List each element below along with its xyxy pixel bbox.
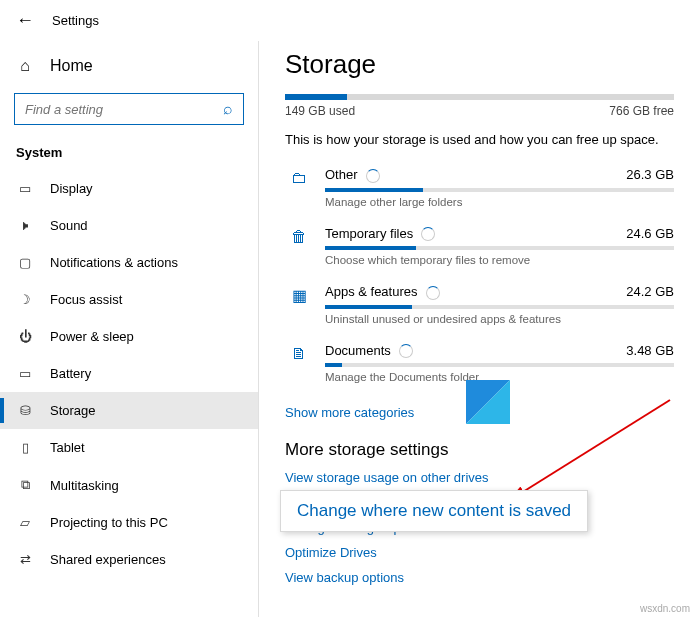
trash-icon: 🗑 — [285, 226, 313, 246]
search-icon: ⌕ — [223, 100, 233, 118]
loading-icon — [421, 227, 435, 241]
power-icon: ⏻ — [16, 329, 34, 344]
shared-icon: ⇄ — [16, 552, 34, 567]
sidebar-item-sound[interactable]: 🕨Sound — [0, 207, 258, 244]
site-logo — [466, 380, 510, 424]
tablet-icon: ▯ — [16, 440, 34, 455]
free-label: 766 GB free — [609, 104, 674, 118]
link-backup-options[interactable]: View backup options — [285, 570, 674, 585]
sidebar-home[interactable]: ⌂ Home — [0, 47, 258, 85]
notifications-icon: ▢ — [16, 255, 34, 270]
home-icon: ⌂ — [16, 57, 34, 75]
usage-bar — [285, 94, 674, 100]
link-other-drives[interactable]: View storage usage on other drives — [285, 470, 674, 485]
sidebar-item-focus-assist[interactable]: ☽Focus assist — [0, 281, 258, 318]
storage-icon: ⛁ — [16, 403, 34, 418]
sidebar-item-multitasking[interactable]: ⧉Multitasking — [0, 466, 258, 504]
window-title: Settings — [52, 13, 99, 28]
documents-icon: 🗎 — [285, 343, 313, 363]
used-label: 149 GB used — [285, 104, 355, 118]
storage-desc: This is how your storage is used and how… — [285, 132, 674, 147]
sidebar-section: System — [0, 133, 258, 170]
sidebar-item-projecting[interactable]: ▱Projecting to this PC — [0, 504, 258, 541]
sidebar-item-storage[interactable]: ⛁Storage — [0, 392, 258, 429]
search-input[interactable]: ⌕ — [14, 93, 244, 125]
back-button[interactable]: ← — [16, 10, 34, 31]
sidebar-item-display[interactable]: ▭Display — [0, 170, 258, 207]
watermark: wsxdn.com — [640, 603, 690, 614]
apps-icon: ▦ — [285, 284, 313, 305]
callout-highlight: Change where new content is saved — [280, 490, 588, 532]
sidebar-item-notifications[interactable]: ▢Notifications & actions — [0, 244, 258, 281]
category-temporary[interactable]: 🗑 Temporary files24.6 GB Choose which te… — [285, 220, 674, 279]
sidebar-item-battery[interactable]: ▭Battery — [0, 355, 258, 392]
sidebar-item-power[interactable]: ⏻Power & sleep — [0, 318, 258, 355]
other-icon: 🗀 — [285, 167, 313, 187]
sound-icon: 🕨 — [16, 218, 34, 233]
loading-icon — [426, 286, 440, 300]
loading-icon — [399, 344, 413, 358]
search-field[interactable] — [25, 102, 223, 117]
multitasking-icon: ⧉ — [16, 477, 34, 493]
sidebar: ⌂ Home ⌕ System ▭Display 🕨Sound ▢Notific… — [0, 41, 258, 617]
sidebar-item-shared[interactable]: ⇄Shared experiences — [0, 541, 258, 578]
category-apps[interactable]: ▦ Apps & features24.2 GB Uninstall unuse… — [285, 278, 674, 337]
display-icon: ▭ — [16, 181, 34, 196]
focus-assist-icon: ☽ — [16, 292, 34, 307]
projecting-icon: ▱ — [16, 515, 34, 530]
battery-icon: ▭ — [16, 366, 34, 381]
sidebar-item-tablet[interactable]: ▯Tablet — [0, 429, 258, 466]
more-settings-head: More storage settings — [285, 440, 674, 460]
loading-icon — [366, 169, 380, 183]
link-optimize-drives[interactable]: Optimize Drives — [285, 545, 674, 560]
category-other[interactable]: 🗀 Other26.3 GB Manage other large folder… — [285, 161, 674, 220]
page-title: Storage — [285, 49, 674, 80]
sidebar-home-label: Home — [50, 57, 93, 75]
